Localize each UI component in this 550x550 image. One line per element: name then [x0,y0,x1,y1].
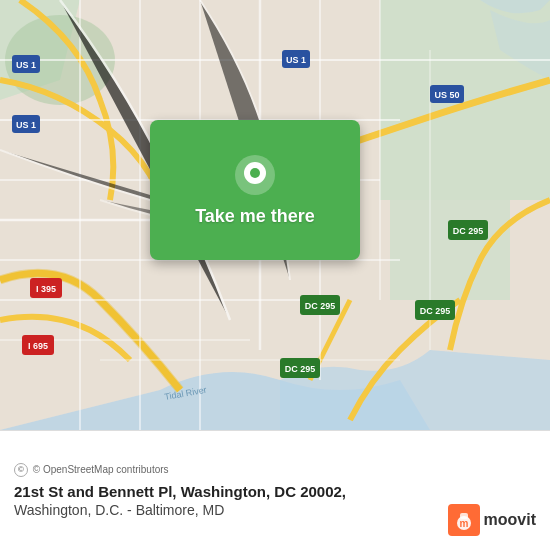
svg-text:US 1: US 1 [286,55,306,65]
osm-credit: © © OpenStreetMap contributors [14,463,536,477]
svg-rect-2 [390,200,510,300]
svg-text:I 395: I 395 [36,284,56,294]
svg-text:US 50: US 50 [434,90,459,100]
copyright-icon: © [14,463,28,477]
svg-text:m: m [459,518,468,529]
svg-rect-46 [460,513,468,519]
bottom-info-bar: © © OpenStreetMap contributors 21st St a… [0,430,550,550]
location-card[interactable]: Take me there [150,120,360,260]
svg-text:I 695: I 695 [28,341,48,351]
moovit-logo-text: moovit [484,511,536,529]
svg-text:US 1: US 1 [16,60,36,70]
moovit-logo-icon: m [448,504,480,536]
svg-text:DC 295: DC 295 [285,364,316,374]
take-me-there-button[interactable]: Take me there [195,206,315,227]
svg-text:DC 295: DC 295 [453,226,484,236]
svg-text:US 1: US 1 [16,120,36,130]
location-title: 21st St and Bennett Pl, Washington, DC 2… [14,483,536,500]
svg-text:DC 295: DC 295 [305,301,336,311]
svg-text:DC 295: DC 295 [420,306,451,316]
moovit-logo: m moovit [448,504,536,536]
location-pin-icon [234,154,276,196]
map-view: US 1 US 1 US 1 US 50 I 395 I 695 DC 295 … [0,0,550,430]
